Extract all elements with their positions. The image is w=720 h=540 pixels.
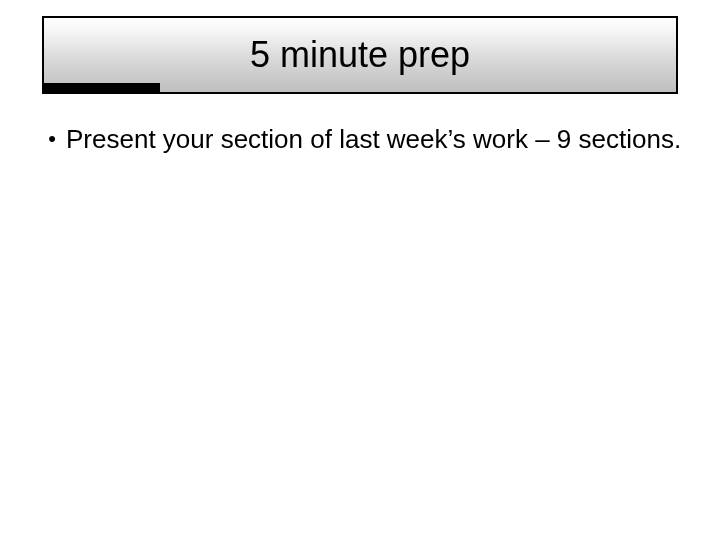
bullet-icon: • [38, 124, 66, 153]
list-item: • Present your section of last week’s wo… [38, 124, 682, 156]
body-area: • Present your section of last week’s wo… [38, 124, 682, 156]
slide-title: 5 minute prep [250, 34, 470, 76]
title-underline-tab [42, 83, 160, 94]
slide: 5 minute prep • Present your section of … [0, 0, 720, 540]
bullet-text: Present your section of last week’s work… [66, 124, 682, 156]
